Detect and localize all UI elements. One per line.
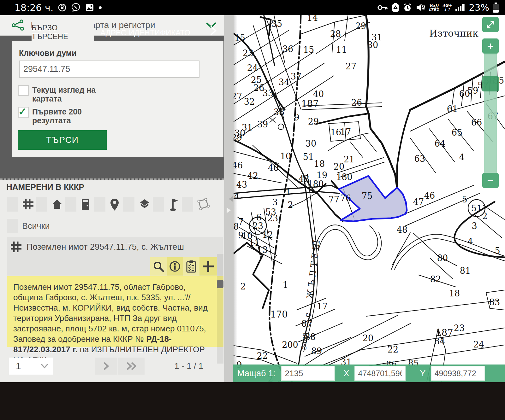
keywords-label: Ключови думи [19, 49, 77, 58]
collapse-left-icon[interactable] [226, 196, 233, 202]
result-item[interactable]: Поземлен имот 29547.11.75, с. Жълтеш [7, 237, 223, 276]
parcel-number: 180 [336, 172, 353, 182]
parcel-number: 17 [340, 127, 351, 137]
checkmark-icon: ✓ [18, 106, 27, 118]
parcel-number: 51 [303, 152, 314, 162]
filter-zone-checkbox[interactable] [182, 197, 193, 212]
battery-icon [492, 2, 499, 13]
x-coordinate-input[interactable] [354, 366, 406, 381]
parcel-number: 4 [459, 152, 464, 162]
parcel-number: 61 [447, 104, 458, 114]
scale-label: Мащаб 1: [237, 369, 276, 378]
first200-checkbox[interactable]: ✓ [18, 107, 29, 118]
mute-icon [415, 3, 425, 12]
battery-percent: 23% [469, 2, 489, 13]
parcel-number: 1 [282, 280, 288, 290]
parcel-number: 200 [282, 340, 298, 350]
parcel-number: 47 [413, 197, 424, 207]
parcel-number: 75 [362, 191, 372, 201]
results-scrollbar-thumb[interactable] [217, 280, 223, 288]
parcel-number: 23 [243, 48, 253, 58]
parcel-number: 40 [268, 163, 279, 173]
search-button[interactable]: ТЪРСИ [18, 130, 107, 150]
parcel-number: 10 [280, 151, 291, 161]
parcel-number: 2 [240, 282, 246, 291]
parcel-number: 88 [305, 332, 316, 342]
y-coordinate-input[interactable] [431, 366, 485, 381]
zoom-in-button[interactable]: + [482, 38, 499, 54]
zoom-to-result-button[interactable] [150, 257, 167, 276]
info-button[interactable] [167, 257, 183, 276]
parcel-number: 4 [467, 236, 473, 246]
cadastral-map[interactable]: Източник с. ЖЪЛТЕШ з-ще 3514152336152829… [234, 15, 505, 382]
parcel-number: 5 [495, 246, 500, 256]
signal-bars-icon [455, 3, 466, 12]
parcel-number: 43 [299, 174, 309, 184]
scale-coordinate-bar: Мащаб 1: X Y [233, 365, 505, 382]
parcel-number: 9 [294, 113, 299, 122]
tab-identifier[interactable]: ИДЕНТИФИКАТО [129, 25, 190, 41]
results-heading: НАМЕРЕНИ В КККР [6, 182, 84, 192]
panel-collapse-icon[interactable] [210, 25, 217, 36]
filter-address-checkbox[interactable] [94, 197, 105, 212]
parcel-number: 23 [454, 323, 465, 333]
clock: 18:26 ч. [15, 2, 53, 13]
result-detail-box: Поземлен имот 29547.11.75, област Габров… [7, 276, 223, 347]
zoom-slider-handle[interactable] [482, 76, 499, 91]
parcel-number: 65 [452, 128, 462, 137]
filter-building-checkbox[interactable] [36, 197, 47, 212]
parcel-number: 18 [314, 159, 325, 169]
current-view-label: Текущ изглед на картата [32, 85, 96, 103]
tab-quick-search[interactable]: БЪРЗО ТЪРСЕНЕ [32, 22, 94, 42]
parcel-number: 38 [274, 107, 284, 117]
parcel-number: 39 [257, 120, 268, 129]
page-select[interactable]: 1 [9, 358, 53, 375]
x-label: X [344, 369, 349, 378]
current-view-checkbox[interactable] [18, 85, 29, 96]
tab-quick-search-label: БЪРЗО ТЪРСЕНЕ [32, 23, 94, 41]
android-navbar: +−×÷ 2 [0, 382, 505, 420]
parcel-number: 16 [330, 127, 341, 137]
map-canvas[interactable]: Източник с. ЖЪЛТЕШ з-ще 3514152336152829… [234, 15, 505, 382]
parcel-number: 33 [263, 88, 273, 98]
info-icon [169, 261, 181, 272]
keywords-input[interactable] [19, 61, 199, 78]
parcel-number: 76 [340, 193, 351, 203]
results-scrollbar-track[interactable] [217, 254, 223, 364]
scale-input[interactable] [281, 366, 335, 381]
layers-icon [138, 198, 151, 211]
report-button[interactable] [183, 257, 199, 276]
parcel-number: 84 [434, 336, 445, 346]
zoom-out-button[interactable]: − [482, 173, 499, 188]
parcel-number: 2 [288, 200, 293, 210]
tab-address[interactable]: АДРЕС [100, 25, 126, 41]
search-icon [153, 261, 164, 272]
expand-right-icon[interactable] [227, 207, 234, 213]
door-icon [81, 198, 90, 211]
parcel-number: 17 [317, 301, 328, 311]
filter-layers-checkbox[interactable] [123, 197, 134, 212]
parcel-number: 77 [329, 195, 339, 204]
parcel-number: 21 [344, 155, 354, 164]
filter-landmark-checkbox[interactable] [153, 197, 164, 212]
filter-parcel-checkbox[interactable] [7, 197, 18, 212]
parcel-number: 82 [430, 274, 441, 284]
parcel-number: 51 [471, 203, 482, 213]
filter-entrance-checkbox[interactable] [65, 197, 76, 212]
parcel-number: 40 [313, 89, 324, 99]
parcel-number: 1 [285, 187, 291, 197]
fullscreen-icon [486, 20, 495, 29]
pagination: 1 1 - 1 / 1 [0, 356, 224, 382]
results-section: НАМЕРЕНИ В КККР [0, 180, 224, 382]
location-pin-icon [109, 198, 120, 211]
parcel-number: 46 [424, 191, 435, 201]
last-page-button[interactable] [118, 358, 145, 375]
next-page-button[interactable] [95, 358, 117, 375]
parcel-number: 60 [459, 89, 470, 99]
fullscreen-button[interactable] [482, 17, 499, 32]
zoom-slider-track[interactable] [484, 54, 497, 173]
all-checkbox[interactable] [7, 219, 18, 233]
parcel-number: 63 [414, 154, 425, 164]
add-to-selection-button[interactable] [199, 257, 217, 276]
panel-divider[interactable] [224, 15, 234, 382]
